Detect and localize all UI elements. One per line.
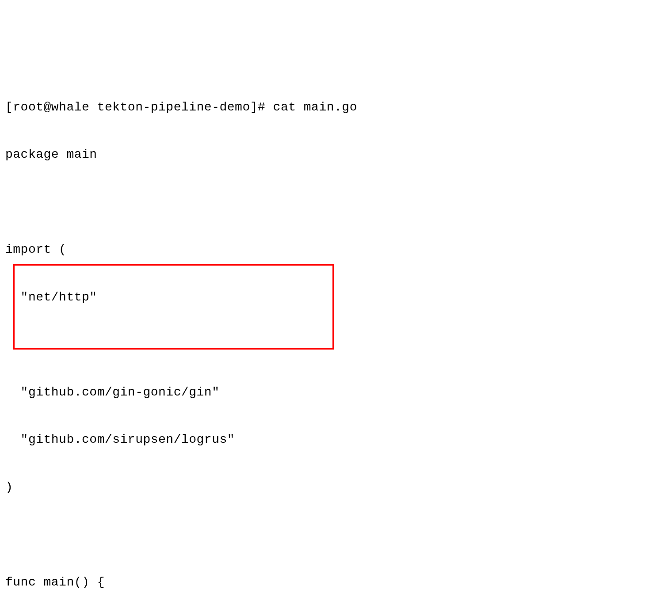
code-line: "net/http" <box>5 289 667 305</box>
shell-command: cat main.go <box>273 100 357 114</box>
code-line: ) <box>5 479 667 495</box>
code-line: package main <box>5 147 667 163</box>
code-line: import ( <box>5 242 667 258</box>
terminal-output: [root@whale tekton-pipeline-demo]# cat m… <box>5 68 667 616</box>
shell-prompt: [root@whale tekton-pipeline-demo]# <box>5 100 273 114</box>
code-line: "github.com/gin-gonic/gin" <box>5 384 667 400</box>
code-line <box>5 337 667 353</box>
command-line: [root@whale tekton-pipeline-demo]# cat m… <box>5 99 667 115</box>
code-line: func main() { <box>5 574 667 590</box>
code-line: "github.com/sirupsen/logrus" <box>5 432 667 448</box>
code-line <box>5 527 667 543</box>
code-line <box>5 194 667 210</box>
